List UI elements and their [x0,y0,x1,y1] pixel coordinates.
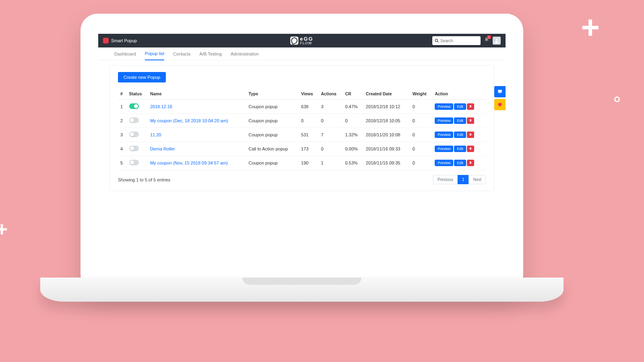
preview-button[interactable]: Preview [435,103,453,110]
table-row: 5My coupon (Nov, 15 2018 09:34:57 am)Cou… [118,156,486,170]
delete-button[interactable] [467,103,474,110]
cell-action: PreviewEdit [432,100,486,114]
col-actions: Actions [318,88,343,100]
cell-views: 173 [299,142,318,156]
col-index: # [118,88,127,100]
cell-created: 2018/11/15 09:35 [363,156,410,170]
table-row: 2My coupon (Dec, 18 2018 10:04:20 am)Cou… [118,114,486,128]
edit-button[interactable]: Edit [454,132,466,138]
cell-index: 4 [118,142,127,156]
status-toggle[interactable] [129,117,139,123]
brand-text: eGG FLOW [300,36,313,45]
cell-views: 190 [299,156,318,170]
brand-logo-block: eGG FLOW [290,36,313,45]
chat-float-button[interactable] [494,86,506,97]
tab-contacts[interactable]: Contacts [173,48,190,60]
cell-actions: 7 [318,128,343,142]
decor-dot-right [614,97,620,102]
cell-type: Coupon popup [246,128,299,142]
col-type: Type [246,88,299,100]
preview-button[interactable]: Preview [435,117,453,124]
cell-status [127,156,148,170]
cell-type: Call to Action popup [246,142,299,156]
trash-icon [469,133,472,136]
cell-cr: 0.47% [343,100,363,114]
app-icon [103,38,109,43]
delete-button[interactable] [467,160,474,166]
notification-badge: 1 [487,35,491,39]
cell-name: 11.20 [148,128,246,142]
cell-index: 2 [118,114,127,128]
cell-actions: 1 [318,156,343,170]
cell-status [127,142,148,156]
col-name: Name [148,88,246,100]
trash-icon [469,161,472,164]
cell-action: PreviewEdit [432,114,486,128]
search-input[interactable] [440,39,477,43]
app-title: Smart Popup [111,38,137,43]
decor-plus-left: + [0,219,8,239]
cell-index: 5 [118,156,127,170]
edit-button[interactable]: Edit [454,117,466,124]
tab-popup-list[interactable]: Popup list [145,47,164,60]
cell-actions: 0 [318,142,343,156]
delete-button[interactable] [467,117,474,124]
status-toggle[interactable] [129,103,139,109]
cell-name: 2018.12.18 [148,100,246,114]
cell-weight: 0 [410,100,433,114]
laptop-frame: Smart Popup eGG FLOW 1 [80,14,523,291]
brand-text-bottom: FLOW [300,41,312,45]
tab-ab-testing[interactable]: A/B Testing [200,48,222,60]
notification-bell[interactable]: 1 [484,37,489,44]
showing-text: Showing 1 to 5 of 5 entries [118,177,170,182]
cell-type: Coupon popup [246,100,299,114]
search-box[interactable] [432,36,481,45]
status-toggle[interactable] [129,160,139,165]
user-icon [494,38,500,43]
cell-type: Coupon popup [246,156,299,170]
delete-button[interactable] [467,132,474,138]
cell-created: 2018/11/20 10:08 [363,128,410,142]
preview-button[interactable]: Preview [435,146,453,152]
status-toggle[interactable] [129,146,139,151]
pager-page-1[interactable]: 1 [458,175,469,184]
user-avatar[interactable] [493,37,501,45]
popup-name-link[interactable]: 2018.12.18 [150,104,172,109]
trash-icon [469,105,472,108]
cell-weight: 0 [410,114,433,128]
heart-float-button[interactable] [494,99,506,110]
edit-button[interactable]: Edit [454,103,466,110]
tab-dashboard[interactable]: Dashboard [114,48,136,60]
popup-name-link[interactable]: Derna Roller [150,146,175,151]
edit-button[interactable]: Edit [454,146,466,152]
delete-button[interactable] [467,146,474,152]
preview-button[interactable]: Preview [435,132,453,138]
table-row: 12018.12.18Coupon popup63830.47%2018/12/… [118,100,486,114]
floating-buttons [494,86,506,110]
cell-actions: 0 [318,114,343,128]
preview-button[interactable]: Preview [435,160,453,166]
table-row: 4Derna RollerCall to Action popup17300.0… [118,142,486,156]
cell-name: My coupon (Nov, 15 2018 09:34:57 am) [148,156,246,170]
cell-views: 638 [299,100,318,114]
cell-actions: 3 [318,100,343,114]
status-toggle[interactable] [129,132,139,137]
cell-cr: 0.53% [343,156,363,170]
cell-views: 531 [299,128,318,142]
cell-action: PreviewEdit [432,156,486,170]
popup-name-link[interactable]: My coupon (Nov, 15 2018 09:34:57 am) [150,160,228,165]
cell-created: 2018/12/18 10:12 [363,100,410,114]
create-popup-button[interactable]: Create new Popup [118,72,166,82]
pager-previous[interactable]: Previous [433,175,458,184]
cell-weight: 0 [410,156,433,170]
decor-plus-top-right: + [581,11,600,43]
pager-next[interactable]: Next [469,175,486,184]
tab-administration[interactable]: Administration [231,48,259,60]
edit-button[interactable]: Edit [454,160,466,166]
popup-name-link[interactable]: 11.20 [150,132,161,137]
laptop-notch [242,278,361,285]
popup-name-link[interactable]: My coupon (Dec, 18 2018 10:04:20 am) [150,118,228,123]
popup-list-card: Create new Popup # Status Name Type View… [109,65,494,191]
cell-cr: 0.00% [343,142,363,156]
content-area: Create new Popup # Status Name Type View… [98,60,506,196]
